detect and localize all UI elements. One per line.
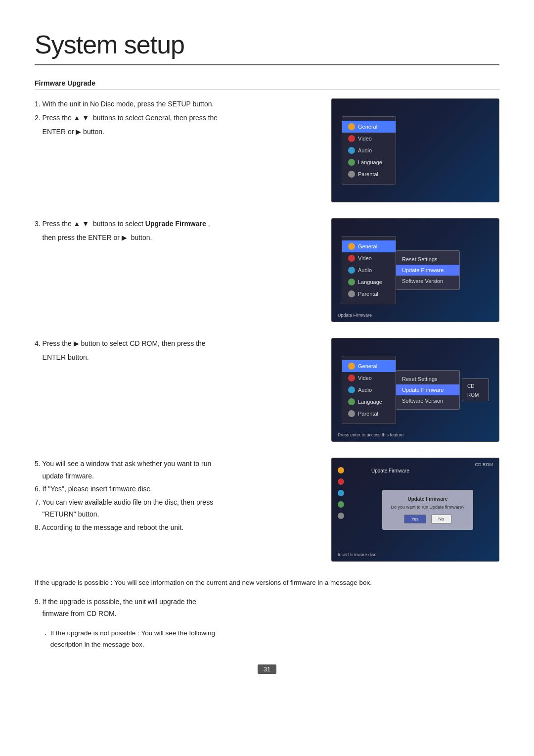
dialog-screen-4: CD ROM Update Firmware Update Firmware D… bbox=[332, 458, 499, 561]
menu-item-video: Video bbox=[342, 133, 396, 144]
sub-menu-panel-3: Reset Settings Update Firmware Software … bbox=[396, 370, 460, 410]
menu-with-sub-2: General Video Audio Language bbox=[332, 219, 499, 322]
menu-item-audio-3: Audio bbox=[342, 384, 396, 396]
step-6: 6. If "Yes", please insert firmware disc… bbox=[35, 483, 316, 495]
video-label-2: Video bbox=[358, 255, 372, 261]
cdrom-top-label: CD ROM bbox=[475, 462, 493, 467]
language-icon bbox=[348, 159, 355, 166]
general-label: General bbox=[358, 124, 377, 130]
dialog-buttons: Yes No bbox=[391, 515, 464, 523]
general-icon bbox=[348, 123, 355, 130]
bottom-bar-insert: Insert firmware disc bbox=[338, 552, 376, 557]
mini-sidebar bbox=[338, 467, 344, 519]
mini-lang-icon bbox=[338, 501, 344, 508]
mini-general-icon bbox=[338, 467, 344, 473]
cdrom-option: CD ROM bbox=[462, 378, 489, 401]
video-icon-2 bbox=[348, 255, 355, 262]
audio-label-3: Audio bbox=[358, 387, 372, 393]
bottom-bar-update: Update Firmware bbox=[338, 313, 372, 318]
section-heading: Firmware Upgrade bbox=[35, 79, 499, 90]
screenshot-2: General Video Audio Language bbox=[331, 218, 499, 322]
step-3-block: 3. Press the ▲ ▼ buttons to select Upgra… bbox=[35, 218, 499, 322]
menu-panel-1: General Video Audio Language bbox=[342, 116, 396, 185]
language-label-2: Language bbox=[358, 279, 382, 285]
menu-item-video-3: Video bbox=[342, 372, 396, 384]
video-label-3: Video bbox=[358, 375, 372, 381]
video-icon bbox=[348, 135, 355, 142]
parental-label-2: Parental bbox=[358, 291, 378, 297]
bullet-dot: · bbox=[44, 629, 46, 651]
dialog-box: Update Firmware Do you want to run Updat… bbox=[382, 490, 473, 530]
steps-5-8-block: 5. You will see a window that ask whethe… bbox=[35, 458, 499, 562]
page-number-area: 31 bbox=[35, 655, 499, 674]
step-3-line-1: 3. Press the ▲ ▼ buttons to select Upgra… bbox=[35, 218, 242, 230]
step-2-line: 2. Press the ▲ ▼ buttons to select Gener… bbox=[35, 112, 242, 124]
screenshot-3-wrapper: General Video Audio Language bbox=[331, 338, 499, 442]
menu-screen-1: General Video Audio Language bbox=[332, 99, 499, 202]
steps-1-2-block: 1. With the unit in No Disc mode, press … bbox=[35, 98, 499, 202]
menu-item-parental-3: Parental bbox=[342, 408, 396, 420]
audio-label: Audio bbox=[358, 147, 372, 153]
page-container: System setup Firmware Upgrade 1. With th… bbox=[0, 0, 534, 704]
language-icon-3 bbox=[348, 398, 355, 405]
steps-5-8-list: 5. You will see a window that ask whethe… bbox=[35, 458, 316, 533]
sub-software-version: Software Version bbox=[396, 276, 459, 286]
general-icon-3 bbox=[348, 363, 355, 370]
page-title: System setup bbox=[35, 30, 499, 59]
cdrom-label: CD ROM bbox=[467, 383, 479, 398]
menu-panel-2: General Video Audio Language bbox=[342, 236, 396, 304]
title-divider bbox=[35, 64, 499, 65]
parental-icon-3 bbox=[348, 410, 355, 417]
step-4-text-col: 4. Press the ▶ button to select CD ROM, … bbox=[35, 338, 316, 366]
step-3-line-2: then press the ENTER or ▶ button. bbox=[35, 232, 242, 244]
steps-5-8-text-col: 5. You will see a window that ask whethe… bbox=[35, 458, 316, 541]
menu-item-general: General bbox=[342, 121, 396, 133]
screenshot-4: CD ROM Update Firmware Update Firmware D… bbox=[331, 458, 499, 562]
note-block: If the upgrade is possible : You will se… bbox=[35, 577, 499, 589]
step-9: 9. If the upgrade is possible, the unit … bbox=[35, 596, 499, 620]
step-2-line-cont: ENTER or ▶ button. bbox=[35, 126, 242, 138]
screenshot-3: General Video Audio Language bbox=[331, 338, 499, 442]
audio-icon-3 bbox=[348, 386, 355, 393]
sub-reset-settings-3: Reset Settings bbox=[396, 374, 459, 384]
page-number: 31 bbox=[258, 664, 276, 674]
step-4-line-1: 4. Press the ▶ button to select CD ROM, … bbox=[35, 338, 242, 350]
dialog-yes-button[interactable]: Yes bbox=[404, 515, 426, 523]
step-5: 5. You will see a window that ask whethe… bbox=[35, 458, 316, 482]
menu-item-parental: Parental bbox=[342, 168, 396, 180]
step-4-block: 4. Press the ▶ button to select CD ROM, … bbox=[35, 338, 499, 442]
menu-item-video-2: Video bbox=[342, 252, 396, 264]
dialog-no-button[interactable]: No bbox=[431, 515, 452, 523]
step-4-line-2: ENTER button. bbox=[35, 352, 242, 364]
general-icon-2 bbox=[348, 243, 355, 250]
language-label-3: Language bbox=[358, 399, 382, 405]
step-7: 7. You can view available audio file on … bbox=[35, 496, 316, 520]
menu-item-parental-2: Parental bbox=[342, 288, 396, 300]
enter-bar-3: Press enter to access this feature bbox=[338, 432, 404, 437]
general-label-2: General bbox=[358, 243, 377, 249]
language-icon-2 bbox=[348, 279, 355, 285]
menu-item-language-3: Language bbox=[342, 396, 396, 408]
video-label: Video bbox=[358, 136, 372, 142]
sub-software-version-3: Software Version bbox=[396, 395, 459, 406]
screenshot-1-wrapper: General Video Audio Language bbox=[331, 98, 499, 202]
dialog-title: Update Firmware bbox=[391, 496, 464, 502]
menu-item-language: Language bbox=[342, 156, 396, 168]
step-8: 8. According to the message and reboot t… bbox=[35, 521, 316, 534]
sub-update-firmware: Update Firmware bbox=[396, 265, 459, 276]
step-3-text: 3. Press the ▲ ▼ buttons to select Upgra… bbox=[35, 218, 242, 244]
general-label-3: General bbox=[358, 363, 377, 369]
menu-with-sub-3: General Video Audio Language bbox=[332, 338, 499, 441]
step-1-2-text: 1. With the unit in No Disc mode, press … bbox=[35, 98, 242, 138]
bullet-text: If the upgrade is not possible : You wil… bbox=[50, 628, 215, 651]
menu-item-audio: Audio bbox=[342, 144, 396, 156]
sub-reset-settings: Reset Settings bbox=[396, 254, 459, 265]
language-label: Language bbox=[358, 159, 382, 165]
mini-audio-icon bbox=[338, 490, 344, 496]
steps-1-2-text: 1. With the unit in No Disc mode, press … bbox=[35, 98, 316, 140]
dialog-question: Do you want to run Update firmware? bbox=[391, 505, 464, 510]
audio-icon-2 bbox=[348, 267, 355, 274]
bullet-item: · If the upgrade is not possible : You w… bbox=[44, 628, 499, 651]
menu-panel-3: General Video Audio Language bbox=[342, 356, 396, 424]
step-1-line: 1. With the unit in No Disc mode, press … bbox=[35, 98, 242, 110]
